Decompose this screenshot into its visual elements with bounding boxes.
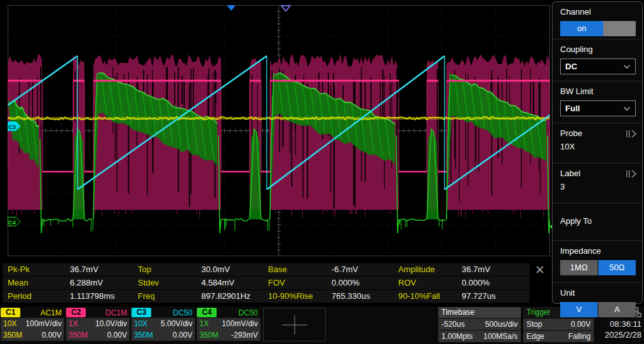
meas-label: 90-10%Fall — [398, 290, 462, 303]
channel-settings-panel: Channel on Coupling DC BW Limit Full — [552, 1, 643, 304]
trigger-title: Trigger — [527, 307, 551, 318]
section-impedance: Impedance 1MΩ 50Ω — [553, 241, 642, 283]
toggle-off-half[interactable] — [603, 21, 636, 36]
meas-value: 36.7mV — [462, 263, 530, 276]
trigger-type: Edge — [527, 331, 544, 342]
impedance-selector: 1MΩ 50Ω — [560, 260, 636, 275]
meas-label: Base — [268, 263, 332, 276]
section-unit: Unit V A — [553, 283, 642, 321]
timebase-scale: 500us/div — [485, 319, 518, 330]
channel4-descriptor[interactable]: C4 DC50 1X 100mV/div 350M -293mV — [197, 307, 260, 341]
channel1-offset: 0.00V — [42, 329, 62, 341]
channel1-bwlimit: 350M — [3, 329, 22, 341]
channel1-coupling: AC1M — [41, 308, 62, 317]
meas-label: Top — [138, 263, 201, 276]
unit-amps-button[interactable]: A — [598, 302, 636, 317]
coupling-dropdown[interactable]: DC — [560, 58, 636, 74]
meas-value: -6.7mV — [332, 263, 398, 276]
meas-value: 765.330us — [332, 290, 398, 303]
apply-to-title: Apply To — [560, 207, 636, 228]
meas-value: 897.82901Hz — [201, 290, 268, 303]
timebase-memory: 1.00Mpts — [441, 331, 473, 342]
oscilloscope-screen: C3 C4 Pk-Pk 36.7mV Top 30.0mV Base -6.7m… — [0, 0, 644, 344]
coupling-value: DC — [565, 62, 577, 71]
channel3-position-marker[interactable]: C3 — [8, 121, 21, 131]
svg-text:C4: C4 — [8, 219, 16, 226]
channel2-probe: 1X — [69, 318, 78, 329]
channel4-bwlimit: 350M — [199, 329, 218, 341]
impedance-50ohm-button[interactable]: 50Ω — [598, 260, 636, 275]
channel1-probe: 10X — [3, 318, 17, 329]
meas-label: Stdev — [138, 277, 201, 289]
meas-label: ROV — [398, 277, 462, 289]
meas-value: 4.584mV — [201, 277, 268, 289]
add-channel-crosshair-icon — [281, 314, 309, 336]
trigger-delay-marker[interactable] — [281, 5, 292, 12]
horizontal-position-marker[interactable] — [227, 5, 236, 11]
bw-limit-value: Full — [565, 104, 580, 113]
section-bw-limit: BW Limit Full — [553, 81, 642, 123]
meas-label: Amplitude — [398, 263, 462, 276]
channel2-scale: 10.0V/div — [95, 318, 127, 329]
system-date: 2025/2/28 — [596, 329, 641, 340]
waveform-plot — [8, 5, 550, 256]
meas-value: 36.7mV — [70, 263, 138, 276]
channel3-bwlimit: 350M — [134, 329, 153, 341]
timebase-descriptor[interactable]: Timebase -520us 500us/div 1.00Mpts 100MS… — [438, 307, 521, 342]
section-apply-to[interactable]: Apply To — [553, 203, 642, 241]
channel3-descriptor[interactable]: C3 DC50 10X 5.00V/div 350M 0.00V — [131, 307, 195, 341]
add-channel-slot[interactable] — [263, 308, 326, 341]
meas-value: 0.000% — [462, 277, 530, 289]
label-value: 3 — [560, 180, 636, 194]
impedance-1mohm-button[interactable]: 1MΩ — [560, 260, 598, 275]
channel4-badge: C4 — [197, 308, 217, 317]
channel2-descriptor[interactable]: C2 DC1M 1X 10.0V/div 350M 0.00V — [66, 307, 130, 341]
coupling-section-title: Coupling — [560, 43, 636, 56]
channel3-probe: 10X — [134, 318, 147, 329]
waveform-display[interactable]: C3 C4 — [8, 5, 550, 256]
unit-volts-button[interactable]: V — [560, 302, 598, 317]
meas-value: 97.727us — [462, 290, 530, 303]
bottom-status-bar: C1 AC1M 10X 100mV/div 350M 0.00V C2 DC1M… — [0, 306, 644, 344]
timebase-delay: -520us — [441, 319, 465, 330]
timebase-title: Timebase — [441, 307, 474, 318]
expand-more-icon[interactable] — [626, 170, 637, 178]
section-probe[interactable]: Probe 10X — [553, 123, 642, 163]
channel1-scale: 100mV/div — [25, 318, 62, 329]
bw-limit-dropdown[interactable]: Full — [560, 100, 636, 116]
section-coupling: Coupling DC — [553, 39, 642, 81]
channel2-bwlimit: 350M — [69, 329, 88, 341]
channel-on-off-toggle[interactable]: on — [560, 21, 636, 36]
channel-section-title: Channel — [560, 6, 636, 18]
section-label[interactable]: Label 3 — [553, 163, 642, 203]
channel3-offset: 0.00V — [173, 329, 192, 341]
channel2-offset: 0.00V — [107, 329, 127, 341]
measurement-row: Pk-Pk 36.7mV Top 30.0mV Base -6.7mV Ampl… — [3, 263, 530, 277]
channel4-probe: 1X — [199, 318, 209, 329]
acquisition-status: Stop — [527, 319, 542, 330]
channel1-badge: C1 — [1, 308, 20, 317]
channel2-badge: C2 — [66, 308, 86, 317]
meas-label: Period — [8, 290, 70, 303]
channel4-coupling: DC50 — [238, 308, 258, 317]
channel3-scale: 5.00V/div — [161, 318, 192, 329]
meas-label: Freq — [138, 290, 201, 303]
timebase-samplerate: 100MSa/s — [483, 331, 518, 342]
probe-value: 10X — [560, 140, 636, 154]
meas-value: 0.000% — [332, 277, 398, 289]
close-measurements-icon[interactable]: ✕ — [532, 263, 547, 278]
channel4-position-marker[interactable]: C4 — [8, 217, 21, 226]
meas-label: FOV — [268, 277, 332, 289]
channel4-scale: 100mV/div — [222, 318, 258, 329]
expand-more-icon[interactable] — [626, 130, 637, 138]
measurement-row: Mean 6.288mV Stdev 4.584mV FOV 0.000% RO… — [3, 277, 530, 290]
svg-text:C3: C3 — [8, 124, 16, 130]
meas-value: 1.113798ms — [70, 290, 138, 303]
meas-value: 30.0mV — [201, 263, 268, 276]
toggle-on-label[interactable]: on — [560, 21, 603, 36]
channel1-descriptor[interactable]: C1 AC1M 10X 100mV/div 350M 0.00V — [1, 307, 64, 341]
meas-label: Mean — [8, 277, 70, 289]
bw-limit-section-title: BW Limit — [560, 85, 636, 98]
meas-value: 6.288mV — [70, 277, 138, 289]
measurement-row: Period 1.113798ms Freq 897.82901Hz 10-90… — [3, 290, 530, 303]
